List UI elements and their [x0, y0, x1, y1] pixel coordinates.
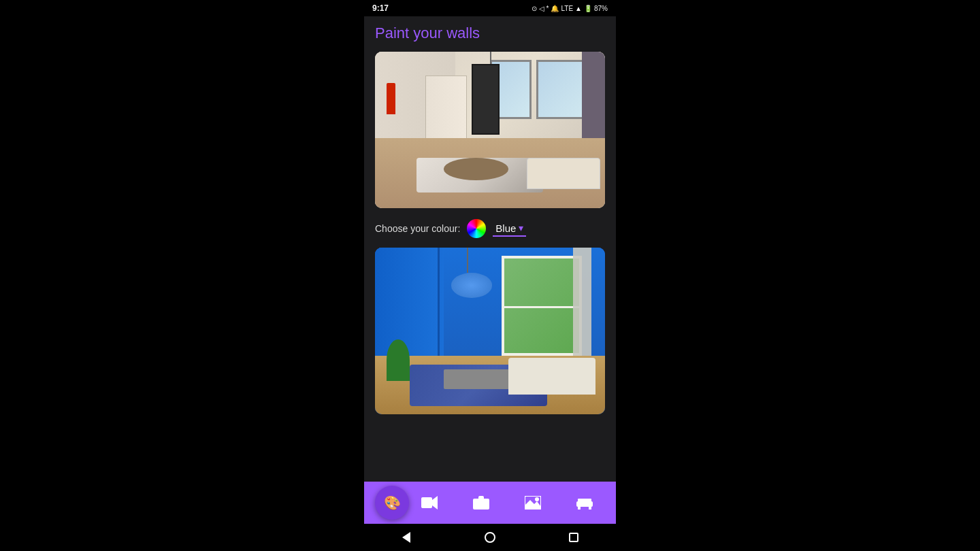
nav-camera-button[interactable] — [468, 489, 495, 516]
svg-marker-1 — [432, 496, 438, 510]
location-icon: ◁ — [539, 5, 544, 12]
signal-lte: LTE — [561, 5, 573, 12]
svg-rect-4 — [478, 496, 484, 500]
svg-marker-6 — [525, 500, 541, 510]
battery-icon: 🔋 — [584, 5, 592, 12]
room-coffee-table — [444, 158, 508, 180]
battery-percent: 87% — [594, 5, 608, 12]
system-nav-bar — [364, 524, 616, 551]
bottom-nav: 🎨 — [364, 482, 616, 524]
painted-room-image — [375, 248, 605, 414]
color-dropdown[interactable]: Blue ▾ — [493, 221, 526, 237]
color-wheel-icon[interactable] — [467, 219, 486, 238]
blue-plant — [387, 339, 410, 381]
blue-chandelier-wire — [467, 248, 468, 273]
room-blackboard — [472, 64, 500, 135]
blue-room-scene — [375, 248, 605, 414]
nav-video-button[interactable] — [416, 489, 443, 516]
blue-coffee-table — [444, 369, 512, 389]
color-chooser-label: Choose your colour: — [375, 223, 460, 234]
blue-window-frame — [504, 306, 579, 308]
nav-image-button[interactable] — [519, 489, 546, 516]
status-icons: ⊙ ◁ * 🔔 LTE ▲ 🔋 87% — [532, 5, 608, 12]
selected-color-text: Blue — [495, 222, 516, 234]
status-bar: 9:17 ⊙ ◁ * 🔔 LTE ▲ 🔋 87% — [364, 0, 616, 16]
camera-status-icon: ⊙ — [532, 5, 537, 12]
page-title: Paint your walls — [375, 24, 605, 42]
blue-sofa — [508, 358, 595, 395]
bluetooth-icon: * — [546, 5, 549, 12]
back-button[interactable] — [399, 531, 413, 544]
original-room-image — [375, 52, 605, 208]
svg-point-7 — [535, 497, 539, 501]
app-content: Paint your walls Choose you — [364, 16, 616, 482]
nav-furniture-button[interactable] — [571, 489, 598, 516]
recents-icon — [569, 533, 578, 542]
svg-rect-0 — [421, 497, 432, 508]
wifi-icon: ▲ — [575, 5, 582, 12]
home-icon — [485, 532, 495, 543]
room-sofa — [527, 158, 600, 189]
recents-button[interactable] — [567, 531, 581, 544]
room-window-right — [536, 60, 587, 119]
palette-icon: 🎨 — [378, 489, 406, 516]
mute-icon: 🔔 — [551, 5, 559, 12]
nav-palette-active[interactable]: 🎨 — [375, 486, 409, 520]
svg-rect-10 — [578, 507, 581, 510]
phone-container: 9:17 ⊙ ◁ * 🔔 LTE ▲ 🔋 87% Paint your wall… — [364, 0, 616, 551]
blue-curtain — [573, 248, 591, 373]
dropdown-arrow-icon: ▾ — [519, 222, 523, 233]
home-button[interactable] — [483, 531, 497, 544]
status-time: 9:17 — [372, 3, 389, 13]
fire-extinguisher — [387, 83, 396, 114]
color-chooser: Choose your colour: Blue ▾ — [375, 219, 605, 238]
svg-rect-11 — [589, 507, 591, 510]
original-room-scene — [375, 52, 605, 208]
back-icon — [402, 532, 410, 543]
blue-chandelier-body — [451, 273, 493, 298]
svg-rect-9 — [578, 499, 591, 503]
blue-window — [502, 256, 582, 356]
